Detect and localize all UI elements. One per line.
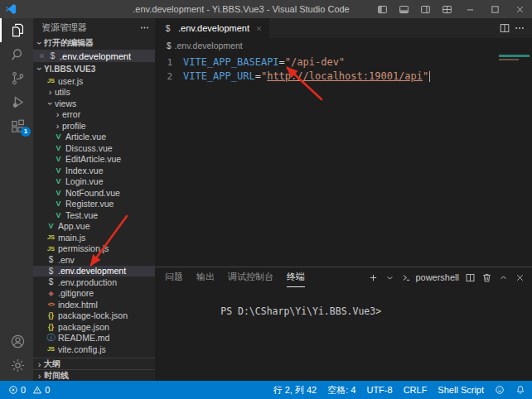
activity-bar-bottom <box>0 329 33 377</box>
tree-item-main.js[interactable]: JSmain.js <box>33 232 155 243</box>
tree-item-notfound.vue[interactable]: VNotFound.vue <box>33 187 155 199</box>
sidebar-title-row: 资源管理器 <box>33 18 155 36</box>
code-token: "/api-dev" <box>285 56 345 68</box>
minimap-line-mark <box>499 55 530 57</box>
vue-file-icon: V <box>53 132 64 141</box>
split-editor-icon[interactable] <box>499 22 510 34</box>
minimap[interactable] <box>497 53 532 103</box>
panel-tab-problems[interactable]: 问题 <box>165 267 183 287</box>
js-file-icon: JS <box>46 233 56 241</box>
open-editors-header[interactable]: › 打开的编辑器 <box>33 36 155 50</box>
terminal-instance-label: powershell <box>415 272 459 282</box>
tree-item-label: vite.config.js <box>58 344 106 354</box>
tree-item-editarticle.vue[interactable]: VEditArticle.vue <box>33 154 155 166</box>
tree-item-app.vue[interactable]: VApp.vue <box>33 221 155 233</box>
status-cursor-position[interactable]: 行 2, 列 42 <box>273 384 317 397</box>
tree-item-.env.development[interactable]: $.env.development <box>33 266 155 277</box>
env-file-icon: $ <box>47 51 58 60</box>
tree-item-register.vue[interactable]: VRegister.vue <box>33 199 155 210</box>
tree-item-permission.js[interactable]: JSpermission.js <box>33 243 155 255</box>
layout-panel-icon[interactable] <box>393 0 414 18</box>
vscode-logo-icon <box>0 3 22 15</box>
bell-icon[interactable] <box>515 385 525 395</box>
close-icon[interactable] <box>515 272 525 283</box>
tree-item-profile[interactable]: ›profile <box>33 120 155 132</box>
panel-tabs: 问题输出调试控制台终端 <box>165 267 318 287</box>
tree-item-discuss.vue[interactable]: VDiscuss.vue <box>33 142 155 154</box>
smiley-icon[interactable] <box>495 385 505 395</box>
maximize-icon[interactable] <box>482 0 507 18</box>
powershell-icon <box>401 272 412 283</box>
tree-item-index.vue[interactable]: VIndex.vue <box>33 165 155 176</box>
plus-icon[interactable] <box>368 272 379 283</box>
breadcrumb-item[interactable]: .env.development <box>175 41 243 50</box>
env-file-icon: $ <box>162 24 173 33</box>
activity-explorer[interactable] <box>0 18 33 42</box>
tree-item-.env[interactable]: $.env <box>33 254 155 266</box>
panel-bar: 问题输出调试控制台终端 powershell <box>155 267 532 287</box>
vue-file-icon: V <box>53 200 64 208</box>
panel-tab-debug-console[interactable]: 调试控制台 <box>228 267 273 287</box>
close-icon[interactable] <box>36 52 47 60</box>
tree-item-index.html[interactable]: <>index.html <box>33 299 155 310</box>
js-file-icon: JS <box>46 245 56 252</box>
editor-tab[interactable]: $.env.development <box>155 18 269 38</box>
layout-customize-icon[interactable] <box>436 0 457 18</box>
tree-item-views[interactable]: ›views <box>33 98 155 109</box>
activity-run-debug[interactable] <box>0 90 33 114</box>
chevron-down-icon[interactable] <box>384 272 395 283</box>
tree-item-error[interactable]: ›error <box>33 109 155 121</box>
close-icon[interactable] <box>507 0 532 18</box>
js-file-icon: JS <box>46 77 56 84</box>
editor-tab-bar: $.env.development <box>155 18 532 38</box>
panel-tab-terminal[interactable]: 终端 <box>287 267 305 287</box>
status-indentation[interactable]: 空格: 4 <box>327 384 355 397</box>
activity-source-control[interactable] <box>0 66 33 90</box>
sidebar: 资源管理器 › 打开的编辑器 $.env.development › YI.BB… <box>33 18 155 381</box>
section-timeline[interactable]: ›时间线 <box>33 369 155 381</box>
activity-search[interactable] <box>0 42 33 66</box>
tree-item-readme.md[interactable]: ⓘREADME.md <box>33 333 155 344</box>
status-eol[interactable]: CRLF <box>404 385 428 395</box>
split-terminal-icon[interactable] <box>465 272 476 283</box>
tree-item-login.vue[interactable]: VLogin.vue <box>33 176 155 188</box>
status-encoding[interactable]: UTF-8 <box>366 385 392 395</box>
code-editor[interactable]: 1VITE_APP_BASEAPI="/api-dev"2VITE_APP_UR… <box>155 53 532 267</box>
ellipsis-icon[interactable] <box>139 22 150 33</box>
minimize-icon[interactable] <box>457 0 482 18</box>
panel-tab-output[interactable]: 输出 <box>196 267 215 287</box>
tree-item-package.json[interactable]: {}package.json <box>33 321 155 333</box>
activity-account[interactable] <box>0 329 33 353</box>
code-line[interactable]: 2VITE_APP_URL="http://localhost:19001/ap… <box>155 70 532 84</box>
tree-item-article.vue[interactable]: VArticle.vue <box>33 132 155 143</box>
layout-sidebar-left-icon[interactable] <box>371 0 393 18</box>
section-outline[interactable]: ›大纲 <box>33 358 155 369</box>
terminal-instance[interactable]: powershell <box>401 272 459 283</box>
close-icon[interactable] <box>253 25 264 32</box>
project-header[interactable]: › YI.BBS.VUE3 <box>33 62 155 75</box>
more-actions-icon[interactable] <box>514 22 525 34</box>
workbench: 1 资源管理器 › 打开的编辑器 $.env.development › YI.… <box>0 18 532 381</box>
tree-item-user.js[interactable]: JSuser.js <box>33 75 155 87</box>
activity-extensions[interactable]: 1 <box>0 114 33 138</box>
tree-item-vite.config.js[interactable]: JSvite.config.js <box>33 344 155 355</box>
vue-file-icon: V <box>46 222 56 230</box>
code-line[interactable]: 1VITE_APP_BASEAPI="/api-dev" <box>155 55 532 70</box>
tree-item-.gitignore[interactable]: ◆.gitignore <box>33 288 155 300</box>
status-warnings[interactable]: 0 <box>29 385 53 395</box>
activity-settings[interactable] <box>0 353 33 377</box>
open-editor-label: .env.development <box>60 51 131 61</box>
status-errors[interactable]: 0 <box>5 385 29 395</box>
layout-sidebar-right-icon[interactable] <box>414 0 436 18</box>
trash-icon[interactable] <box>481 272 492 283</box>
status-language-mode[interactable]: Shell Script <box>438 385 484 395</box>
tree-item-.env.production[interactable]: $.env.production <box>33 276 155 288</box>
open-editor-item[interactable]: $.env.development <box>33 50 155 62</box>
tree-item-utils[interactable]: ›utils <box>33 87 155 99</box>
chevron-up-icon[interactable] <box>498 272 509 283</box>
tree-item-package-lock.json[interactable]: {}package-lock.json <box>33 310 155 322</box>
tree-item-test.vue[interactable]: VTest.vue <box>33 209 155 221</box>
terminal[interactable]: PS D:\CSharp\Yi\Yi.BBS.Vue3> <box>155 287 532 381</box>
url-link[interactable]: http://localhost:19001/api <box>267 70 423 82</box>
sidebar-more-actions <box>139 22 150 33</box>
